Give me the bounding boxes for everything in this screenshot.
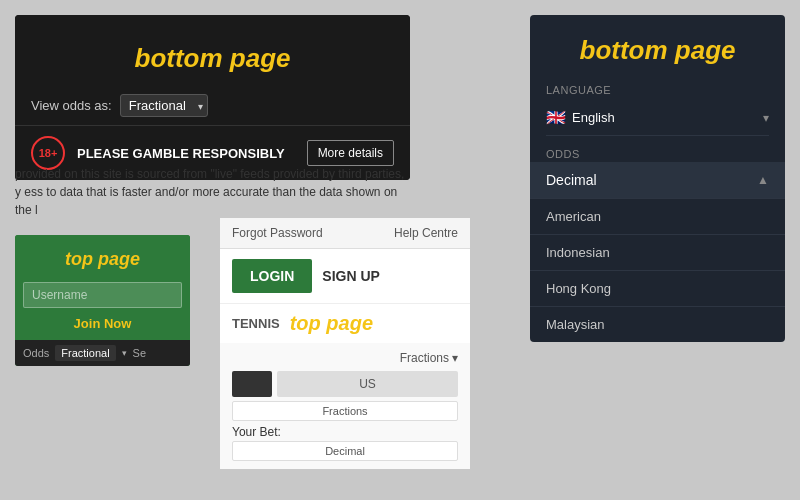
odds-chevron-up-icon: ▲ — [757, 173, 769, 187]
sport-label: TENNIS — [232, 316, 280, 331]
fractions-dropdown[interactable]: Fractions ▾ — [232, 351, 458, 365]
signup-button[interactable]: SIGN UP — [322, 268, 380, 284]
top-odds-value: Fractional — [55, 345, 115, 361]
fractions-option[interactable]: Fractions — [232, 401, 458, 421]
odds-arrow-icon: ▾ — [122, 348, 127, 358]
odds-selected-value: Decimal — [546, 172, 597, 188]
join-now-button[interactable]: Join Now — [23, 313, 182, 334]
forgot-password-link[interactable]: Forgot Password — [232, 226, 323, 240]
settings-title: bottom page — [546, 35, 769, 66]
language-section: LANGUAGE 🇬🇧 English ▾ — [530, 78, 785, 140]
language-value: 🇬🇧 English — [546, 108, 615, 127]
odds-option-item[interactable]: Malaysian — [530, 306, 785, 342]
odds-select[interactable]: Fractional Decimal American — [120, 94, 208, 117]
help-centre-link[interactable]: Help Centre — [394, 226, 458, 240]
bottom-page-panel: bottom page View odds as: Fractional Dec… — [15, 15, 410, 180]
language-chevron-icon: ▾ — [763, 111, 769, 125]
top-page-odds-bar: Odds Fractional ▾ Se — [15, 340, 190, 366]
body-text-content: provided on this site is sourced from "l… — [15, 165, 410, 219]
bet-cell-us: US — [277, 371, 458, 397]
login-links-bar: Forgot Password Help Centre — [220, 218, 470, 249]
bet-cell-dark — [232, 371, 272, 397]
search-abbr: Se — [133, 347, 146, 359]
odds-option-item[interactable]: Hong Kong — [530, 270, 785, 306]
odds-selected-row[interactable]: Decimal ▲ — [530, 162, 785, 198]
fractions-label: Fractions — [400, 351, 449, 365]
bottom-page-title: bottom page — [25, 43, 400, 74]
fractions-area: Fractions ▾ US Fractions Your Bet: Decim… — [220, 343, 470, 469]
flag-icon: 🇬🇧 — [546, 108, 566, 127]
login-button[interactable]: LOGIN — [232, 259, 312, 293]
top-odds-label: Odds — [23, 347, 49, 359]
odds-dropdown-wrap[interactable]: Fractional Decimal American — [120, 94, 208, 117]
settings-header: bottom page — [530, 15, 785, 78]
top-page-inline-title: top page — [290, 312, 373, 335]
login-panel: Forgot Password Help Centre LOGIN SIGN U… — [220, 218, 470, 469]
odds-option-item[interactable]: American — [530, 198, 785, 234]
odds-section-label: ODDS — [530, 140, 785, 162]
fractions-chevron-icon: ▾ — [452, 351, 458, 365]
gamble-text: PLEASE GAMBLE RESPONSIBLY — [77, 146, 295, 161]
odds-option-item[interactable]: Indonesian — [530, 234, 785, 270]
tennis-bar: TENNIS top page — [220, 303, 470, 343]
top-page-header: top page — [15, 235, 190, 276]
top-page-form: Join Now — [15, 276, 190, 340]
language-text: English — [572, 110, 615, 125]
your-bet-label: Your Bet: — [232, 421, 458, 441]
language-label: LANGUAGE — [546, 84, 769, 96]
settings-panel: bottom page LANGUAGE 🇬🇧 English ▾ ODDS D… — [530, 15, 785, 342]
odds-options-list: AmericanIndonesianHong KongMalaysian — [530, 198, 785, 342]
bottom-page-header: bottom page — [15, 15, 410, 86]
language-row[interactable]: 🇬🇧 English ▾ — [546, 100, 769, 136]
username-input[interactable] — [23, 282, 182, 308]
more-details-button[interactable]: More details — [307, 140, 394, 166]
top-page-panel: top page Join Now Odds Fractional ▾ Se — [15, 235, 190, 366]
decimal-option[interactable]: Decimal — [232, 441, 458, 461]
bet-row-us: US — [232, 371, 458, 397]
top-page-title: top page — [23, 249, 182, 270]
odds-bar-label: View odds as: — [31, 98, 112, 113]
login-buttons-area: LOGIN SIGN UP — [220, 249, 470, 303]
body-text-area: provided on this site is sourced from "l… — [15, 165, 410, 219]
odds-bar: View odds as: Fractional Decimal America… — [15, 86, 410, 125]
